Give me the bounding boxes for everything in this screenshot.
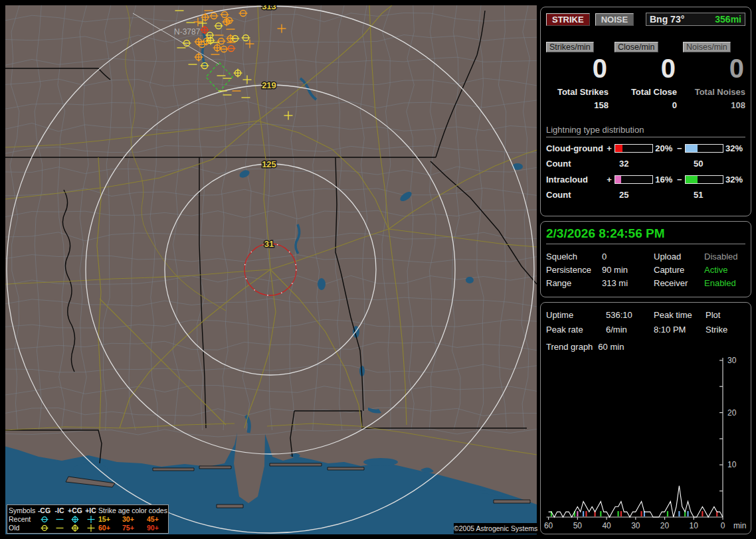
counter-button[interactable]: Noises/min — [683, 42, 731, 52]
plus-sign: + — [606, 143, 612, 153]
trend-ytick-10: 10 — [727, 460, 737, 469]
counter-total-value: 0 — [614, 100, 677, 110]
plus-percent-bar — [614, 144, 653, 153]
storm-cell-label: N-3787 — [174, 27, 201, 37]
status-value: 313 mi — [602, 278, 654, 288]
count-label: Count — [546, 159, 610, 169]
trend-line — [549, 486, 723, 517]
legend-cp-icon — [67, 515, 83, 524]
minus-count-value: 50 — [684, 159, 703, 169]
distribution-rows: Cloud-ground+20%−32%Count3250Intracloud+… — [541, 143, 751, 200]
info-label: Peak rate — [546, 325, 606, 335]
trend-value: 60 min — [598, 342, 624, 352]
status-label: Receiver — [654, 278, 704, 288]
distribution-type-name: Intracloud — [546, 175, 606, 185]
info-value: 6/min — [606, 325, 654, 335]
legend-symbols-header: Symbols — [9, 506, 37, 514]
legend-age-90+: 90+ — [147, 524, 169, 532]
bearing-box: Bng 73° 356mi — [646, 13, 745, 26]
legend-m-icon — [52, 524, 67, 532]
counter-button[interactable]: Close/min — [614, 42, 658, 52]
counter-value: 0 — [614, 54, 676, 83]
counter-column: Close/min0Total Close0 — [614, 42, 677, 110]
mode-row: STRIKE NOISE Bng 73° 356mi — [546, 13, 745, 26]
legend-p-icon — [83, 524, 98, 532]
ring-label-125: 125 — [262, 159, 276, 169]
trend-xtick-20: 20 — [660, 521, 670, 530]
status-value: Disabled — [704, 252, 745, 262]
status-value: 90 min — [602, 265, 654, 275]
plus-percent-value: 20% — [655, 143, 676, 153]
counter-total-label: Total Noises — [683, 87, 745, 97]
trend-xtick-40: 40 — [602, 521, 611, 530]
counter-column: Noises/min0Total Noises108 — [683, 42, 745, 110]
legend-row-label: Recent — [9, 515, 37, 523]
bearing-distance: 356mi — [715, 14, 741, 25]
legend-p-icon — [83, 515, 98, 524]
legend-cp-icon — [67, 524, 83, 532]
trend-label-row: Trend graph 60 min — [546, 342, 745, 352]
minus-percent-value: 32% — [725, 143, 747, 153]
ring-label-219: 219 — [262, 80, 276, 90]
trend-xtick-30: 30 — [631, 521, 640, 530]
rate-counters: Strikes/min0Total Strikes158Close/min0To… — [546, 42, 745, 110]
counter-value: 0 — [683, 54, 744, 83]
trend-graph: 1020306050403020100min — [541, 356, 751, 534]
legend-age-75+: 75+ — [122, 524, 147, 532]
info-label: Uptime — [546, 310, 606, 320]
counter-column: Strikes/min0Total Strikes158 — [546, 42, 609, 110]
map-svg: N-3787 31125219313 — [5, 5, 537, 534]
plus-count-value: 25 — [610, 190, 684, 200]
legend-age-60+: 60+ — [98, 524, 122, 532]
info-label: Peak time — [654, 310, 706, 320]
trend-xtick-0: 0 — [721, 521, 725, 530]
legend-col-header-+IC: +IC — [83, 506, 98, 514]
legend-col-header-+CG: +CG — [67, 506, 83, 514]
trend-xtick-50: 50 — [573, 521, 583, 530]
uptime-grid: Uptime536:10Peak timePlotPeak rate6/min8… — [546, 307, 745, 337]
count-row: Count3250 — [546, 159, 747, 169]
legend-col-header--IC: -IC — [52, 506, 67, 514]
counter-button[interactable]: Strikes/min — [546, 42, 594, 52]
legend-age-15+: 15+ — [98, 515, 122, 523]
plus-count-value: 32 — [610, 159, 684, 169]
ring-label-31: 31 — [264, 239, 274, 249]
status-label: Capture — [654, 265, 704, 275]
counter-value: 0 — [546, 54, 607, 83]
map-canvas[interactable]: N-3787 31125219313 — [5, 5, 537, 534]
status-panel: 2/3/2026 8:24:56 PM Squelch0UploadDisabl… — [540, 221, 751, 297]
trend-xtick-60: 60 — [544, 521, 553, 530]
legend-cm-icon — [37, 524, 52, 532]
datetime-display: 2/3/2026 8:24:56 PM — [546, 226, 745, 244]
copyright-text: ©2005 Astrogenic Systems — [454, 523, 537, 534]
legend-cm-icon — [37, 515, 52, 524]
info-value: 536:10 — [606, 310, 654, 320]
plus-percent-value: 16% — [655, 175, 676, 185]
status-label: Upload — [654, 252, 704, 262]
minus-sign: − — [676, 143, 682, 153]
plus-percent-bar — [614, 175, 653, 184]
legend-col-header--CG: -CG — [37, 506, 52, 514]
status-value: Enabled — [704, 278, 745, 288]
strike-button[interactable]: STRIKE — [546, 13, 590, 26]
info-value: Plot — [706, 310, 745, 320]
minus-percent-bar — [685, 144, 723, 153]
trend-panel: Uptime536:10Peak timePlotPeak rate6/min8… — [540, 302, 751, 534]
info-label: 8:10 PM — [654, 325, 706, 335]
minus-sign: − — [676, 175, 682, 185]
minus-percent-value: 32% — [725, 175, 747, 185]
stats-panel: STRIKE NOISE Bng 73° 356mi Strikes/min0T… — [540, 7, 751, 216]
trend-xlabel: min — [733, 521, 746, 530]
strike-legend: Symbols-CG-IC+CG+ICStrike age color code… — [7, 504, 169, 534]
counter-total-value: 108 — [683, 100, 745, 110]
status-grid: Squelch0UploadDisabledPersistence90 minC… — [546, 250, 745, 289]
noise-button[interactable]: NOISE — [595, 13, 634, 26]
counter-total-label: Total Strikes — [546, 87, 609, 97]
distribution-row: Intracloud+16%−32% — [546, 175, 747, 185]
count-row: Count2551 — [546, 190, 747, 200]
bearing-label: Bng 73° — [650, 14, 684, 25]
status-label: Range — [546, 278, 602, 288]
distribution-title: Lightning type distribution — [546, 125, 745, 137]
counter-total-label: Total Close — [614, 87, 677, 97]
trend-xtick-10: 10 — [690, 521, 699, 530]
